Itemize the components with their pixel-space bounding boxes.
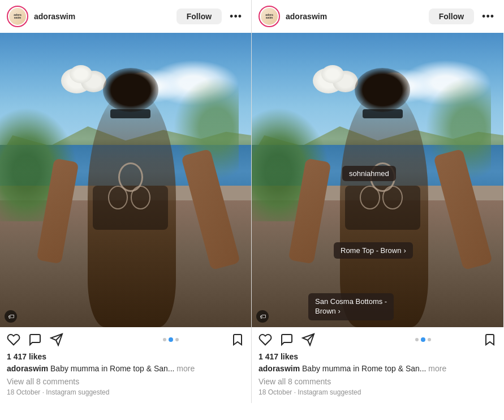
caption-text-1: Baby mumma in Rome top & San...: [50, 364, 174, 373]
person-tag-2[interactable]: sohniahmed: [342, 166, 396, 181]
caption-text-2: Baby mumma in Rome top & San...: [302, 364, 426, 373]
share-icon-2[interactable]: [301, 333, 315, 346]
post-1-content: 1 417 likes adoraswim Baby mumma in Rome…: [0, 352, 251, 403]
posts-container: adoraswim adoraswim Follow •••: [0, 0, 504, 403]
post-2-header: adoraswim adoraswim Follow •••: [252, 0, 503, 33]
dot-6: [428, 338, 431, 341]
comments-link-1[interactable]: View all 8 comments: [7, 377, 244, 386]
post-1-image: 🏷: [0, 33, 251, 327]
tag-person-icon-1: 🏷: [5, 310, 17, 323]
san-cosma-label: San Cosma Bottoms -Brown: [315, 297, 387, 315]
more-menu-1[interactable]: •••: [227, 11, 244, 23]
follow-button-1[interactable]: Follow: [176, 8, 222, 24]
post-1: adoraswim adoraswim Follow •••: [0, 0, 252, 403]
caption-more-1[interactable]: more: [176, 364, 195, 373]
post-2-actions: [252, 327, 503, 352]
avatar-ring-2[interactable]: adoraswim: [259, 6, 280, 27]
username-2[interactable]: adoraswim: [286, 12, 423, 21]
dot-4: [415, 338, 419, 341]
timestamp-1: 18 October · Instagram suggested: [7, 388, 244, 396]
post-1-header: adoraswim adoraswim Follow •••: [0, 0, 251, 33]
dots-indicator-1: [119, 337, 223, 342]
post-1-actions: [0, 327, 251, 352]
caption-handle-1[interactable]: adoraswim: [7, 364, 48, 373]
dot-5: [421, 337, 425, 342]
comments-link-2[interactable]: View all 8 comments: [259, 377, 497, 386]
post-2-image: sohniahmed Rome Top - Brown› San Cosma B…: [252, 33, 503, 327]
like-icon-2[interactable]: [259, 333, 272, 346]
dot-3: [175, 338, 179, 341]
caption-handle-2[interactable]: adoraswim: [259, 364, 300, 373]
more-menu-2[interactable]: •••: [480, 11, 497, 23]
tag-person-icon-2: 🏷: [256, 310, 269, 323]
dot-1: [163, 338, 166, 341]
avatar-2: adoraswim: [261, 8, 278, 25]
product-tag-san-cosma[interactable]: San Cosma Bottoms -Brown ›: [308, 293, 394, 320]
bookmark-icon-2[interactable]: [483, 333, 497, 346]
dot-2: [169, 337, 173, 342]
like-icon-1[interactable]: [7, 333, 20, 346]
dots-indicator-2: [371, 337, 476, 342]
username-1[interactable]: adoraswim: [34, 12, 171, 21]
likes-count-2: 1 417 likes: [259, 352, 497, 361]
post-2-content: 1 417 likes adoraswim Baby mumma in Rome…: [252, 352, 503, 403]
caption-more-2[interactable]: more: [428, 364, 446, 373]
caption-2: adoraswim Baby mumma in Rome top & San..…: [259, 363, 497, 375]
post-2: adoraswim adoraswim Follow •••: [252, 0, 503, 403]
product-tag-rome-top[interactable]: Rome Top - Brown›: [334, 242, 413, 259]
bookmark-icon-1[interactable]: [231, 333, 244, 346]
timestamp-2: 18 October · Instagram suggested: [259, 388, 497, 396]
comment-icon-1[interactable]: [28, 333, 42, 346]
follow-button-2[interactable]: Follow: [429, 8, 474, 24]
likes-count-1: 1 417 likes: [7, 352, 244, 361]
avatar-1: adoraswim: [9, 8, 26, 25]
share-icon-1[interactable]: [50, 333, 63, 346]
avatar-ring-1[interactable]: adoraswim: [7, 6, 28, 27]
comment-icon-2[interactable]: [280, 333, 294, 346]
caption-1: adoraswim Baby mumma in Rome top & San..…: [7, 363, 244, 375]
